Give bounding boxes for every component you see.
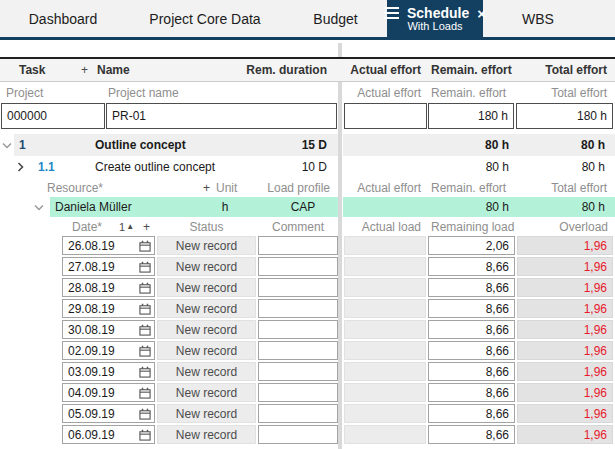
date-field[interactable]: 06.09.19 <box>62 425 155 444</box>
comment-field[interactable] <box>258 278 338 297</box>
comment-field[interactable] <box>258 404 338 423</box>
task-1-total-effort[interactable]: 80 h <box>516 134 610 156</box>
calendar-icon[interactable] <box>139 408 151 420</box>
load-row: 28.08.19 New record 8,66 1,96 <box>0 278 615 297</box>
col-header-total-effort[interactable]: Total effort <box>516 59 612 81</box>
project-remain-effort-field[interactable]: 180 h <box>428 103 514 129</box>
remaining-load-field[interactable]: 8,66 <box>428 383 515 402</box>
comment-field[interactable] <box>258 299 338 318</box>
project-id-field[interactable]: 000000 <box>1 103 105 129</box>
project-name-field[interactable]: PR-01 <box>106 103 337 129</box>
resource-load-profile[interactable]: CAP <box>272 197 334 217</box>
date-value: 02.09.19 <box>68 344 115 358</box>
date-field[interactable]: 27.08.19 <box>62 257 155 276</box>
calendar-icon[interactable] <box>139 240 151 252</box>
calendar-icon[interactable] <box>139 282 151 294</box>
tab-dashboard-label: Dashboard <box>29 11 98 27</box>
date-field[interactable]: 29.08.19 <box>62 299 155 318</box>
project-total-effort-field[interactable]: 180 h <box>516 103 613 129</box>
tab-wbs[interactable]: WBS <box>483 0 593 37</box>
tab-schedule-active[interactable]: Schedule × With Loads <box>387 0 483 40</box>
calendar-icon[interactable] <box>139 366 151 378</box>
date-field[interactable]: 30.08.19 <box>62 320 155 339</box>
tab-budget[interactable]: Budget <box>284 0 387 37</box>
remaining-load-field[interactable]: 8,66 <box>428 362 515 381</box>
status-cell: New record <box>157 257 256 276</box>
calendar-icon[interactable] <box>139 324 151 336</box>
date-field[interactable]: 26.08.19 <box>62 236 155 255</box>
resource-row: Daniela Müller h CAP 80 h 80 h <box>0 197 615 217</box>
remaining-load-field[interactable]: 8,66 <box>428 404 515 423</box>
tab-project-core-data[interactable]: Project Core Data <box>126 0 284 37</box>
date-field[interactable]: 03.09.19 <box>62 362 155 381</box>
calendar-icon[interactable] <box>139 303 151 315</box>
col-header-overload: Overload <box>517 217 613 236</box>
actual-load-cell <box>344 383 426 402</box>
date-value: 04.09.19 <box>68 386 115 400</box>
tab-schedule-label: Schedule <box>407 5 469 21</box>
hamburger-menu-icon[interactable] <box>384 7 399 19</box>
resource-total-effort[interactable]: 80 h <box>516 197 610 217</box>
overload-cell: 1,96 <box>517 341 613 360</box>
tab-dashboard[interactable]: Dashboard <box>0 0 126 37</box>
add-load-column-icon[interactable]: + <box>143 217 157 236</box>
date-field[interactable]: 28.08.19 <box>62 278 155 297</box>
resource-unit[interactable]: h <box>200 197 250 217</box>
load-row: 30.08.19 New record 8,66 1,96 <box>0 320 615 339</box>
remaining-load-field[interactable]: 8,66 <box>428 341 515 360</box>
task-1-rem-duration[interactable]: 15 D <box>230 134 332 156</box>
comment-field[interactable] <box>258 425 338 444</box>
load-row: 29.08.19 New record 8,66 1,96 <box>0 299 615 318</box>
col-header-task[interactable]: Task <box>14 59 78 81</box>
remaining-load-field[interactable]: 8,66 <box>428 320 515 339</box>
date-value: 29.08.19 <box>68 302 115 316</box>
project-actual-effort-field[interactable] <box>344 103 427 129</box>
comment-field[interactable] <box>258 341 338 360</box>
status-cell: New record <box>157 320 256 339</box>
task-1-1-total-effort[interactable]: 80 h <box>516 156 610 178</box>
status-cell: New record <box>157 404 256 423</box>
remaining-load-field[interactable]: 8,66 <box>428 299 515 318</box>
sort-indicator[interactable]: 1 ▲ <box>119 217 143 236</box>
date-field[interactable]: 05.09.19 <box>62 404 155 423</box>
col-header-actual-effort[interactable]: Actual effort <box>344 59 426 81</box>
actual-load-cell <box>344 278 426 297</box>
add-resource-column-icon[interactable]: + <box>198 178 212 197</box>
col-header-name[interactable]: Name <box>92 59 192 81</box>
actual-load-cell <box>344 236 426 255</box>
calendar-icon[interactable] <box>139 429 151 441</box>
project-row: 000000 PR-01 180 h 180 h <box>0 103 615 129</box>
comment-field[interactable] <box>258 236 338 255</box>
col-header-remain-effort[interactable]: Remain. effort <box>426 59 516 81</box>
task-1-1-name[interactable]: Create outline concept <box>90 156 250 178</box>
remaining-load-field[interactable]: 8,66 <box>428 257 515 276</box>
status-cell: New record <box>157 383 256 402</box>
task-1-1-rem-duration[interactable]: 10 D <box>230 156 332 178</box>
calendar-icon[interactable] <box>139 261 151 273</box>
expand-task-1-1-icon[interactable] <box>17 156 29 178</box>
task-1-wbs[interactable]: 1 <box>14 134 54 156</box>
date-field[interactable]: 02.09.19 <box>62 341 155 360</box>
task-1-1-wbs[interactable]: 1.1 <box>33 156 77 178</box>
resource-remain-effort[interactable]: 80 h <box>428 197 514 217</box>
comment-field[interactable] <box>258 362 338 381</box>
col-header-rem-duration[interactable]: Rem. duration <box>230 59 332 81</box>
remaining-load-field[interactable]: 8,66 <box>428 425 515 444</box>
task-1-name[interactable]: Outline concept <box>90 134 230 156</box>
resource-name[interactable]: Daniela Müller <box>50 197 180 217</box>
task-1-1-remain-effort[interactable]: 80 h <box>428 156 514 178</box>
overload-cell: 1,96 <box>517 383 613 402</box>
remaining-load-field[interactable]: 2,06 <box>428 236 515 255</box>
comment-field[interactable] <box>258 383 338 402</box>
col-header-actual-effort-3: Actual effort <box>344 178 426 197</box>
calendar-icon[interactable] <box>139 387 151 399</box>
collapse-resource-icon[interactable] <box>34 197 48 217</box>
date-field[interactable]: 04.09.19 <box>62 383 155 402</box>
calendar-icon[interactable] <box>139 345 151 357</box>
col-header-project-name: Project name <box>103 82 223 103</box>
comment-field[interactable] <box>258 320 338 339</box>
add-column-icon[interactable]: + <box>76 59 92 81</box>
task-1-remain-effort[interactable]: 80 h <box>428 134 514 156</box>
remaining-load-field[interactable]: 8,66 <box>428 278 515 297</box>
comment-field[interactable] <box>258 257 338 276</box>
